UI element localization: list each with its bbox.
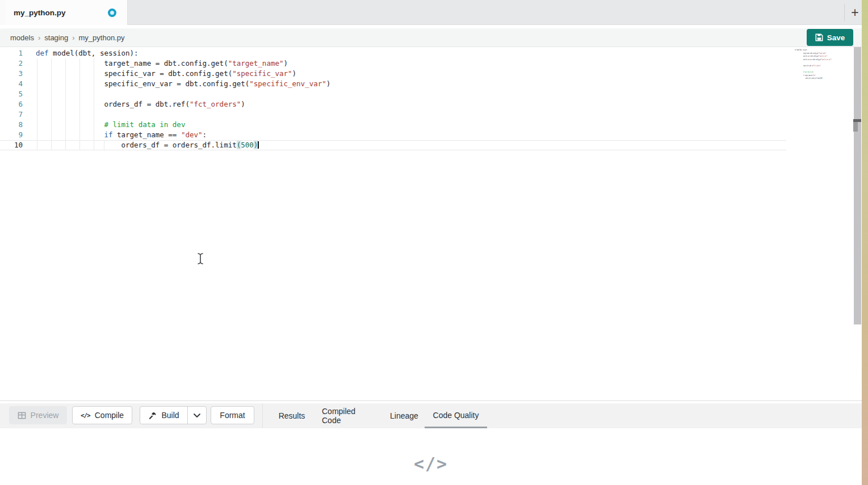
code-token: target_name = dbt.config.get( [36, 59, 228, 68]
preview-button[interactable]: Preview [9, 406, 67, 424]
new-tab-button[interactable]: + [847, 3, 863, 22]
code-line[interactable]: 9 if target_name == "dev": [0, 130, 786, 140]
code-line-text: # limit data in dev [23, 120, 185, 130]
code-line-text: def model(dbt, session): [23, 48, 139, 58]
code-token: "specific_env_var" [249, 79, 326, 88]
minimap-line: orders_df = orders_df.limit(500) [793, 77, 832, 80]
breadcrumb-staging[interactable]: staging [44, 33, 68, 42]
tab-code-quality[interactable]: Code Quality [425, 403, 487, 428]
code-token [795, 74, 803, 77]
breadcrumb: models › staging › my_python.py [0, 28, 862, 47]
ide-window: my_python.py + models › staging › my_pyt… [0, 0, 868, 485]
vertical-scrollbar[interactable] [854, 47, 861, 324]
tab-results[interactable]: Results [279, 403, 304, 428]
code-token [795, 70, 803, 73]
tab-compiled-code[interactable]: Compiled Code [322, 403, 374, 428]
code-token: orders_df = dbt.ref( [795, 64, 814, 67]
table-grid-icon [18, 411, 26, 420]
code-token: : [203, 130, 207, 139]
ibeam-mouse-cursor-icon [196, 252, 204, 265]
line-number: 7 [0, 109, 23, 120]
tab-lineage[interactable]: Lineage [390, 403, 418, 428]
code-line-text: orders_df = dbt.ref("fct_orders") [793, 64, 821, 68]
editor-tab-bar: my_python.py + [0, 0, 862, 25]
code-token: "target_name" [228, 59, 284, 68]
indent-guide [51, 58, 52, 150]
code-token: ) [825, 52, 826, 54]
build-label: Build [161, 411, 179, 420]
code-token: orders_df = orders_df.limit [795, 77, 820, 80]
code-token: ) [822, 77, 823, 80]
empty-state-code-icon: </> [0, 454, 862, 474]
tab-results-label: Results [279, 411, 305, 420]
code-token: ) [292, 69, 297, 78]
code-token: ) [827, 54, 827, 57]
save-button-label: Save [827, 33, 845, 42]
code-token: specific_env_var = dbt.config.get( [36, 79, 249, 88]
line-number: 3 [0, 69, 23, 79]
code-line[interactable]: 1def model(dbt, session): [0, 48, 786, 58]
format-button[interactable]: Format [211, 406, 254, 424]
code-editor[interactable]: 1def model(dbt, session):2 target_name =… [0, 47, 862, 401]
chevron-right-icon: › [38, 33, 40, 42]
code-line-text: specific_env_var = dbt.config.get("speci… [793, 58, 832, 61]
code-token: "specific_env_var" [821, 58, 831, 61]
code-token: 500 [241, 141, 254, 149]
code-token: ) [254, 141, 258, 149]
code-token: ) [241, 100, 245, 108]
file-tab-title: my_python.py [14, 9, 66, 17]
line-number: 1 [0, 48, 23, 58]
code-line[interactable]: 8 # limit data in dev [0, 120, 786, 130]
code-lines: 1def model(dbt, session):2 target_name =… [0, 48, 786, 150]
code-line[interactable]: 2 target_name = dbt.config.get("target_n… [0, 58, 786, 69]
code-token: # limit data in dev [104, 120, 185, 129]
breadcrumb-models[interactable]: models [10, 33, 34, 42]
indent-guide [79, 58, 80, 150]
line-number: 10 [0, 141, 23, 150]
format-label: Format [220, 411, 245, 420]
code-token: ) [820, 64, 821, 67]
code-token: # limit data in dev [803, 70, 814, 73]
code-line[interactable]: 3 specific_var = dbt.config.get("specifi… [0, 69, 786, 79]
line-number: 5 [0, 89, 23, 99]
build-button[interactable]: Build [140, 407, 187, 424]
desktop-wallpaper-strip [862, 0, 868, 485]
minimap[interactable]: def model(dbt, session): target_name = d… [793, 48, 832, 81]
chevron-down-icon [193, 413, 201, 418]
code-token: "specific_var" [232, 69, 292, 78]
code-token: "dev" [181, 130, 203, 139]
code-line[interactable]: 7 [0, 109, 786, 120]
code-token: target_name == [112, 130, 181, 139]
chevron-right-icon: › [72, 33, 74, 42]
code-line[interactable]: 6 orders_df = dbt.ref("fct_orders") [0, 99, 786, 109]
code-token: target_name = dbt.config.get( [795, 52, 819, 54]
code-line-text: if target_name == "dev": [23, 130, 207, 140]
code-token: model(dbt, session): [49, 49, 139, 57]
unsaved-changes-dot-icon [108, 9, 116, 17]
tab-bar-background [128, 0, 862, 25]
code-token: orders_df = dbt.ref( [36, 100, 190, 108]
code-token: "target_name" [819, 52, 825, 54]
minimap-line: specific_env_var = dbt.config.get("speci… [793, 58, 832, 61]
code-token: def [36, 49, 49, 57]
toolbar-divider [262, 403, 263, 428]
code-token: "fct_orders" [190, 100, 241, 108]
breadcrumb-file[interactable]: my_python.py [79, 33, 125, 42]
line-number: 8 [0, 120, 23, 130]
code-line[interactable]: 4 specific_env_var = dbt.config.get("spe… [0, 79, 786, 89]
build-options-button[interactable] [187, 407, 206, 424]
minimap-content: def model(dbt, session): target_name = d… [793, 48, 832, 80]
code-line-text: orders_df = orders_df.limit(500) [23, 141, 259, 150]
code-line-text: target_name = dbt.config.get("target_nam… [23, 58, 288, 69]
save-button[interactable]: Save [807, 29, 853, 46]
code-line[interactable]: 5 [0, 89, 786, 99]
tab-bar-separator [844, 4, 845, 21]
code-token: ) [326, 79, 331, 88]
code-line[interactable]: 10 orders_df = orders_df.limit(500) [0, 140, 786, 150]
plus-icon: + [851, 5, 858, 20]
compile-label: Compile [95, 411, 124, 420]
compile-button[interactable]: </> Compile [72, 406, 132, 424]
code-token: orders_df = orders_df.limit [36, 141, 237, 149]
line-number: 9 [0, 130, 23, 140]
code-token: if [104, 130, 112, 139]
